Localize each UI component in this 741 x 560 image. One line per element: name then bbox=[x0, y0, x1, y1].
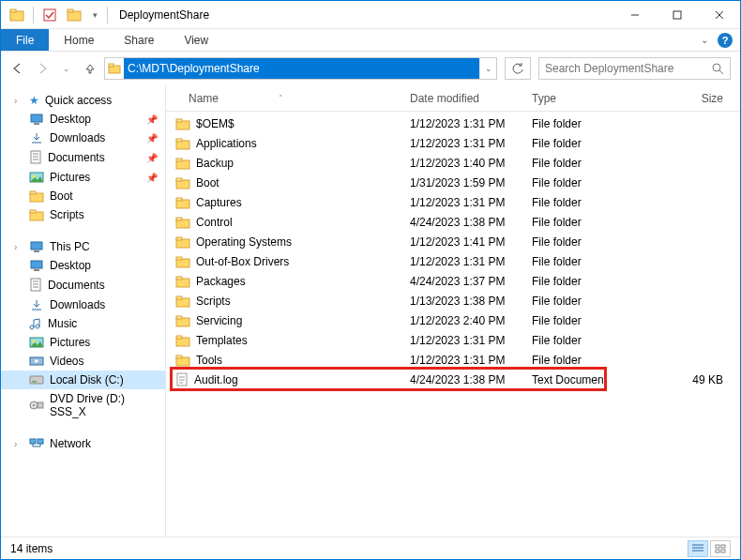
file-row[interactable]: Boot1/31/2023 1:59 PMFile folder bbox=[166, 173, 740, 192]
help-icon[interactable]: ? bbox=[718, 33, 733, 48]
explorer-window: ▾ DeploymentShare File Home Share View ⌄… bbox=[0, 0, 741, 560]
address-text[interactable]: C:\MDT\DeploymentShare bbox=[124, 58, 479, 79]
file-row[interactable]: Tools1/12/2023 1:31 PMFile folder bbox=[166, 350, 740, 370]
column-header-size[interactable]: Size bbox=[646, 92, 731, 105]
search-input[interactable] bbox=[545, 62, 711, 75]
address-history-icon[interactable]: ⌄ bbox=[479, 58, 496, 79]
file-row[interactable]: Applications1/12/2023 1:31 PMFile folder bbox=[166, 133, 740, 153]
svg-rect-71 bbox=[176, 336, 182, 339]
chevron-right-icon[interactable]: › bbox=[14, 242, 23, 252]
sidebar-item[interactable]: Downloads bbox=[1, 295, 165, 314]
column-header-type[interactable]: Type bbox=[524, 92, 646, 105]
svg-rect-42 bbox=[38, 402, 43, 408]
column-header-name[interactable]: Name ˄ bbox=[166, 92, 402, 105]
svg-rect-13 bbox=[31, 114, 42, 122]
ribbon-tabs: File Home Share View ⌄ ? bbox=[1, 29, 740, 52]
sidebar-item[interactable]: Documents bbox=[1, 275, 165, 295]
sidebar-item[interactable]: Desktop📌 bbox=[1, 110, 165, 129]
file-row[interactable]: Backup1/12/2023 1:40 PMFile folder bbox=[166, 153, 740, 173]
folder-icon bbox=[175, 295, 190, 308]
file-type: File folder bbox=[524, 176, 646, 189]
sidebar-item[interactable]: Documents📌 bbox=[1, 147, 165, 168]
qa-folder-icon[interactable] bbox=[64, 5, 84, 25]
status-item-count: 14 items bbox=[10, 542, 53, 555]
details-view-button[interactable] bbox=[688, 540, 708, 557]
qa-dropdown-icon[interactable]: ▾ bbox=[88, 5, 101, 25]
file-type: File folder bbox=[524, 354, 646, 367]
qa-checkmark-icon[interactable] bbox=[39, 5, 60, 25]
refresh-button[interactable] bbox=[505, 57, 531, 80]
svg-rect-73 bbox=[176, 356, 182, 358]
svg-rect-28 bbox=[31, 261, 42, 268]
file-name: $OEM$ bbox=[196, 117, 234, 130]
back-button[interactable] bbox=[10, 62, 23, 75]
sidebar-item-label: Boot bbox=[50, 189, 73, 203]
file-row[interactable]: Audit.log4/24/2023 1:38 PMText Document4… bbox=[166, 370, 740, 389]
file-row[interactable]: Out-of-Box Drivers1/12/2023 1:31 PMFile … bbox=[166, 251, 740, 271]
file-row[interactable]: Scripts1/13/2023 1:38 PMFile folder bbox=[166, 291, 740, 310]
maximize-button[interactable] bbox=[656, 1, 698, 28]
forward-button[interactable] bbox=[37, 62, 50, 75]
file-date: 1/12/2023 1:31 PM bbox=[402, 196, 524, 209]
file-rows[interactable]: $OEM$1/12/2023 1:31 PMFile folderApplica… bbox=[166, 112, 740, 537]
ribbon-expand-icon[interactable]: ⌄ bbox=[701, 35, 708, 45]
tab-file[interactable]: File bbox=[1, 29, 49, 51]
titlebar-left: ▾ DeploymentShare bbox=[1, 5, 209, 25]
sidebar-item[interactable]: Scripts bbox=[1, 205, 165, 224]
file-row[interactable]: Captures1/12/2023 1:31 PMFile folder bbox=[166, 192, 740, 212]
column-header-date[interactable]: Date modified bbox=[402, 92, 524, 105]
file-type: File folder bbox=[524, 255, 646, 268]
file-row[interactable]: Servicing1/12/2023 2:40 PMFile folder bbox=[166, 310, 740, 330]
svg-rect-69 bbox=[176, 316, 182, 319]
file-name: Operating Systems bbox=[196, 235, 292, 249]
sidebar-item[interactable]: Boot bbox=[1, 187, 165, 205]
search-icon[interactable] bbox=[711, 62, 724, 75]
tab-home[interactable]: Home bbox=[49, 29, 109, 51]
sidebar-network[interactable]: › Network bbox=[1, 434, 165, 453]
file-name: Scripts bbox=[196, 295, 231, 308]
sidebar-quick-access[interactable]: › ★ Quick access bbox=[1, 91, 165, 110]
sidebar-this-pc[interactable]: › This PC bbox=[1, 237, 165, 256]
minimize-button[interactable] bbox=[613, 1, 656, 28]
sidebar-item-label: Pictures bbox=[50, 171, 90, 184]
sidebar-item[interactable]: Downloads📌 bbox=[1, 129, 165, 147]
sidebar-item[interactable]: DVD Drive (D:) SSS_X bbox=[1, 389, 165, 421]
tab-view[interactable]: View bbox=[169, 29, 223, 51]
recent-dropdown-icon[interactable]: ⌄ bbox=[63, 64, 70, 73]
folder-icon bbox=[175, 216, 190, 229]
file-type: Text Document bbox=[524, 373, 646, 386]
file-row[interactable]: $OEM$1/12/2023 1:31 PMFile folder bbox=[166, 114, 740, 133]
chevron-right-icon[interactable]: › bbox=[14, 439, 23, 449]
sidebar-item[interactable]: Pictures📌 bbox=[1, 168, 165, 187]
file-name: Captures bbox=[196, 196, 242, 209]
sidebar-item[interactable]: Pictures bbox=[1, 333, 165, 352]
file-name: Audit.log bbox=[194, 373, 238, 386]
icons-view-button[interactable] bbox=[710, 540, 731, 557]
sidebar-item-icon bbox=[29, 317, 42, 330]
folder-app-icon[interactable] bbox=[7, 5, 27, 25]
sidebar-item-label: Desktop bbox=[50, 113, 91, 126]
file-row[interactable]: Packages4/24/2023 1:37 PMFile folder bbox=[166, 271, 740, 291]
sidebar-item[interactable]: Videos bbox=[1, 352, 165, 371]
file-row[interactable]: Templates1/12/2023 1:31 PMFile folder bbox=[166, 330, 740, 350]
sidebar-item[interactable]: Local Disk (C:) bbox=[1, 371, 165, 389]
close-button[interactable] bbox=[698, 1, 740, 28]
sidebar-item-icon bbox=[29, 171, 44, 184]
file-name: Backup bbox=[196, 157, 234, 170]
file-row[interactable]: Operating Systems1/12/2023 1:41 PMFile f… bbox=[166, 232, 740, 251]
tab-share[interactable]: Share bbox=[109, 29, 169, 51]
svg-point-41 bbox=[33, 404, 35, 406]
sidebar-item-icon bbox=[29, 259, 44, 272]
file-icon bbox=[175, 372, 189, 387]
navigation-pane[interactable]: › ★ Quick access Desktop📌Downloads📌Docum… bbox=[1, 85, 166, 537]
file-row[interactable]: Control4/24/2023 1:38 PMFile folder bbox=[166, 212, 740, 232]
svg-rect-59 bbox=[176, 218, 182, 220]
sidebar-item[interactable]: Music bbox=[1, 314, 165, 333]
sidebar-item[interactable]: Desktop bbox=[1, 256, 165, 275]
chevron-right-icon[interactable]: › bbox=[14, 96, 23, 106]
svg-rect-14 bbox=[34, 123, 39, 125]
search-box[interactable] bbox=[538, 57, 731, 80]
address-bar[interactable]: C:\MDT\DeploymentShare ⌄ bbox=[104, 57, 497, 80]
folder-icon bbox=[175, 334, 190, 347]
up-button[interactable] bbox=[83, 62, 97, 75]
